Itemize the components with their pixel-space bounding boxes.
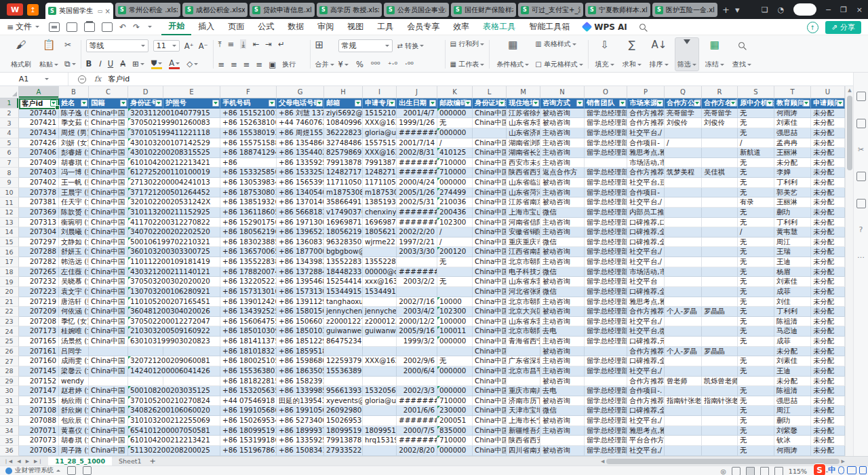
row-number[interactable]: 29 (0, 377, 19, 387)
cell-S20[interactable]: 无 (738, 287, 774, 297)
cell-I23[interactable]: z20001227 (363, 317, 397, 327)
cell-O10[interactable]: 留学总经理部 (585, 188, 627, 198)
cell-K25[interactable]: 000000 (437, 337, 473, 347)
cell-J33[interactable]: ######## (397, 416, 437, 426)
cell-O30[interactable]: 留学总经理部 (585, 386, 627, 396)
cell-F14[interactable]: +86 180562196 (220, 227, 277, 238)
cell-K2[interactable]: 000000 (437, 109, 473, 119)
cell-M33[interactable]: 上海市长宁区 (507, 416, 540, 426)
cell-P36[interactable]: 社交平台,/ (627, 446, 665, 456)
cell-T13[interactable]: 丁利利 (774, 218, 811, 228)
cell-T36[interactable]: 何雨涛 (774, 446, 811, 456)
cell-C18[interactable]: China中国 (89, 267, 128, 278)
cell-K27[interactable]: 无 (437, 356, 473, 366)
cell-U30[interactable]: 未分配 (811, 386, 845, 396)
column-header-A[interactable]: A (19, 86, 59, 98)
menu-item-表格工具[interactable]: 表格工具 (476, 19, 522, 35)
cell-K17[interactable]: 无 (437, 257, 473, 267)
filter-button[interactable]: 筛选 (675, 37, 699, 71)
cell-D12[interactable]: 310113200211152925 (128, 208, 163, 218)
merge-center-icon[interactable]: ▣ (269, 60, 276, 69)
cell-T34[interactable]: 刘紫馨 (774, 426, 811, 436)
row-number[interactable]: 18 (0, 267, 19, 278)
cell-O36[interactable]: 留学总经理部 (585, 446, 627, 456)
cell-S14[interactable]: / (738, 227, 774, 238)
header-cell-R[interactable]: 合作方名称 (702, 98, 738, 109)
cell-C19[interactable]: China中国 (89, 277, 128, 287)
skin-icon[interactable]: ◔ (778, 5, 785, 14)
cell-G5[interactable]: +86 13548668953 (277, 138, 324, 149)
cell-L11[interactable]: China中国 (473, 197, 507, 208)
cell-B21[interactable]: 唐浩轩 (男) (59, 297, 89, 307)
cell-C3[interactable]: China中国 (89, 118, 128, 128)
cell-J25[interactable]: 1999/3/2 (397, 337, 437, 347)
cell-N11[interactable]: 被动咨询 (540, 197, 585, 208)
cell-P13[interactable]: 口碑推荐,口 (627, 218, 665, 228)
cell-D31[interactable]: 370105200210270824 (128, 396, 163, 406)
help-icon[interactable]: ? (857, 226, 865, 234)
doc-upload-icon[interactable]: ↥ (27, 4, 39, 16)
cell-G36[interactable]: +86 15083419901 (277, 446, 324, 456)
align-left-icon[interactable]: ≡ (218, 60, 225, 69)
cell-U35[interactable]: 未分配 (811, 436, 845, 446)
cell-O21[interactable]: 留学总经理部 (585, 297, 627, 307)
cell-H7[interactable]: 799138782 (324, 158, 363, 168)
accessibility-icon[interactable]: ◎ (721, 468, 726, 475)
cell-I35[interactable]: hrq153199 (363, 436, 397, 446)
cell-I11[interactable]: 138519326 (363, 197, 397, 208)
cell-L18[interactable]: China中国 (473, 267, 507, 278)
cell-M3[interactable]: 山东省东营市 (507, 118, 540, 128)
column-header-J[interactable]: J (397, 86, 437, 98)
cell-D28[interactable]: 142401200006041426 (128, 366, 163, 377)
cell-S21[interactable]: 无 (738, 297, 774, 307)
cell-T27[interactable]: 刘素佳 (774, 356, 811, 366)
cell-P14[interactable]: 口碑推荐,全 (627, 227, 665, 238)
row-number[interactable]: 26 (0, 347, 19, 357)
cell-S9[interactable]: 无 (738, 178, 774, 188)
cell-G25[interactable]: +86 18512290207 (277, 337, 324, 347)
cell-B4[interactable]: 周煜 (男) (59, 128, 89, 138)
cell-H19[interactable]: 152544145 (324, 277, 363, 287)
cell-H21[interactable]: tanghaoxu (324, 297, 363, 307)
freeze-button[interactable]: ▦ 冻结 (703, 38, 726, 71)
cell-L15[interactable]: China中国 (473, 238, 507, 248)
cell-P11[interactable]: 社交平台,/ (627, 197, 665, 208)
menu-item-智能工具箱[interactable]: 智能工具箱 (522, 19, 576, 35)
cell-K3[interactable]: 无 (437, 118, 473, 128)
cell-J28[interactable]: 2000/6/4 (397, 366, 437, 377)
cell-B28[interactable]: 梁馨云 (女) (59, 366, 89, 377)
cell-P24[interactable]: 社交平台,微 (627, 326, 665, 337)
cell-M24[interactable]: 北京市朝阳区 (507, 326, 540, 337)
cell-T17[interactable]: 王迪 (774, 257, 811, 267)
cell-C23[interactable]: China中国 (89, 317, 128, 327)
cell-K26[interactable] (437, 347, 473, 357)
cell-C26[interactable] (89, 347, 128, 357)
row-number[interactable]: 30 (0, 386, 19, 396)
cell-T6[interactable]: 王丽淋 (774, 148, 811, 158)
cell-L21[interactable]: China中国 (473, 297, 507, 307)
cell-J18[interactable]: ######## (397, 267, 437, 278)
cell-P15[interactable]: 口碑推荐,全 (627, 238, 665, 248)
cell-A9[interactable]: 207402 (19, 178, 59, 188)
cell-P9[interactable]: 社交平台,豆 (627, 178, 665, 188)
system-chevron-icon[interactable] (56, 470, 60, 472)
row-number[interactable]: 10 (0, 188, 19, 198)
cell-L12[interactable]: China中国 (473, 208, 507, 218)
decrease-indent-icon[interactable]: ⇤ (252, 39, 259, 49)
cell-F34[interactable]: +86 180995191 (220, 426, 277, 436)
cell-B35[interactable]: 胡春琪 (女) (59, 436, 89, 446)
cell-B31[interactable]: 杨欣雨 (女) (59, 396, 89, 406)
cell-F8[interactable]: +86 153325850 (220, 168, 277, 178)
align-right-icon[interactable]: ≡ (243, 60, 250, 69)
cell-C16[interactable]: China中国 (89, 247, 128, 257)
cell-P19[interactable]: 社交平台 (627, 277, 665, 287)
formula-content[interactable]: 客户id (108, 74, 130, 84)
cell-J2[interactable]: 2001/4/7 (397, 109, 437, 119)
cell-T32[interactable]: 周江 (774, 406, 811, 416)
more-icon[interactable]: … (857, 252, 865, 260)
cell-O20[interactable]: 留学总经理部 (585, 287, 627, 297)
cell-N14[interactable]: 主动咨询 (540, 227, 585, 238)
cell-M18[interactable]: 电子科技大学 (507, 267, 540, 278)
cell-J5[interactable]: 2001/7/14 (397, 138, 437, 149)
column-header-F[interactable]: F (220, 86, 277, 98)
